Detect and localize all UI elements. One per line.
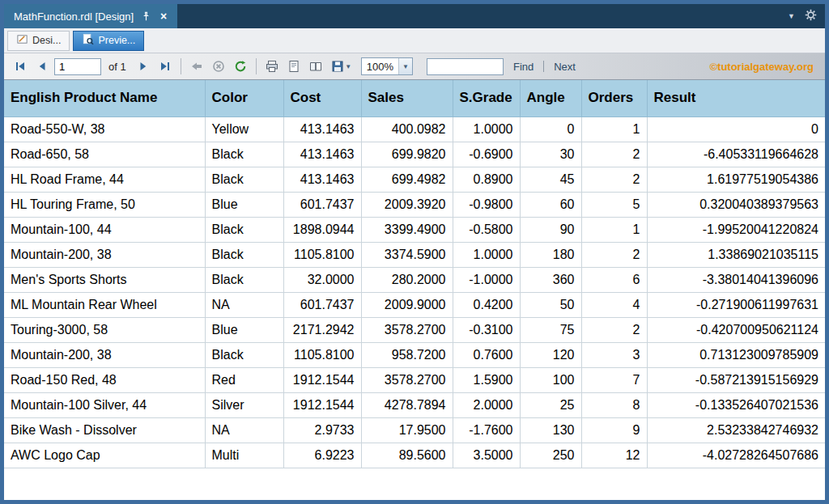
refresh-button[interactable] xyxy=(231,57,250,76)
table-cell: 9 xyxy=(581,417,647,443)
table-cell: 0.320040389379563 xyxy=(647,192,825,217)
table-cell: Red xyxy=(205,367,283,392)
table-row: Mountain-100, 44Black1898.09443399.4900-… xyxy=(4,217,825,242)
last-page-button[interactable] xyxy=(155,57,175,76)
zoom-select[interactable]: 100% ▼ xyxy=(361,57,413,75)
prev-page-button[interactable] xyxy=(32,57,52,76)
print-button[interactable] xyxy=(262,57,282,76)
titlebar-right: ▼ xyxy=(788,4,825,28)
table-row: Mountain-100 Silver, 44Silver1912.154442… xyxy=(4,392,825,417)
table-cell: 4 xyxy=(581,292,647,317)
table-cell: Blue xyxy=(205,317,283,342)
find-link[interactable]: Find xyxy=(506,61,541,73)
table-cell: Touring-3000, 58 xyxy=(4,317,205,342)
table-cell: 413.1463 xyxy=(283,167,361,192)
table-cell: 2.0000 xyxy=(453,392,520,417)
table-cell: 360 xyxy=(520,267,581,292)
table-cell: 2.53233842746932 xyxy=(647,417,825,443)
document-tab[interactable]: MathFunction.rdl [Design] × xyxy=(4,4,177,28)
table-cell: 6 xyxy=(581,267,647,292)
first-page-button[interactable] xyxy=(11,57,30,76)
table-cell: 3 xyxy=(581,342,647,367)
table-cell: 0.4200 xyxy=(453,292,520,317)
column-header: Sales xyxy=(361,80,453,116)
prev-page-icon xyxy=(36,60,49,73)
table-cell: -0.271900611997631 xyxy=(647,292,825,317)
table-cell: 1 xyxy=(581,217,647,242)
back-button[interactable] xyxy=(187,57,206,76)
report-table-body: Road-550-W, 38Yellow413.1463400.09821.00… xyxy=(4,116,825,468)
pin-icon[interactable] xyxy=(140,11,151,22)
table-cell: 3.5000 xyxy=(453,443,520,468)
find-input[interactable] xyxy=(427,58,504,75)
table-cell: Black xyxy=(205,342,283,367)
table-cell: Mountain-200, 38 xyxy=(4,242,205,267)
table-row: Road-150 Red, 48Red1912.15443578.27001.5… xyxy=(4,367,825,392)
table-cell: 1912.1544 xyxy=(283,392,361,417)
next-page-button[interactable] xyxy=(134,57,153,76)
table-cell: 17.9500 xyxy=(361,417,453,443)
table-cell: 2 xyxy=(581,142,647,167)
table-row: Mountain-200, 38Black1105.81003374.59001… xyxy=(4,242,825,267)
table-cell: 1.0000 xyxy=(453,116,520,142)
table-cell: 5 xyxy=(581,192,647,217)
table-cell: 30 xyxy=(520,142,581,167)
column-header: Color xyxy=(205,80,283,116)
table-cell: Mountain-100, 44 xyxy=(4,217,205,242)
table-cell: Men's Sports Shorts xyxy=(4,267,205,292)
table-cell: 12 xyxy=(581,443,647,468)
stop-icon xyxy=(212,60,225,73)
table-cell: 1.61977519054386 xyxy=(647,167,825,192)
table-cell: 89.5600 xyxy=(361,443,453,468)
table-cell: Black xyxy=(205,242,283,267)
app-window: MathFunction.rdl [Design] × ▼ Desi... Pr… xyxy=(0,0,829,504)
table-cell: 1.0000 xyxy=(453,242,520,267)
table-cell: Mountain-100 Silver, 44 xyxy=(4,392,205,417)
table-cell: 6.9223 xyxy=(283,443,361,468)
table-cell: 50 xyxy=(520,292,581,317)
table-cell: 3578.2700 xyxy=(361,317,453,342)
table-row: ML Mountain Rear WheelNA601.74372009.900… xyxy=(4,292,825,317)
table-cell: -1.0000 xyxy=(453,267,520,292)
table-cell: 1105.8100 xyxy=(283,342,361,367)
gear-icon[interactable] xyxy=(805,9,817,24)
stop-button[interactable] xyxy=(209,57,228,76)
table-cell: -0.9800 xyxy=(453,192,520,217)
table-cell: -4.02728264507686 xyxy=(647,443,825,468)
refresh-icon xyxy=(234,60,247,73)
print-layout-icon xyxy=(287,60,300,73)
next-link[interactable]: Next xyxy=(546,61,583,73)
close-icon[interactable]: × xyxy=(158,11,169,22)
table-cell: 7 xyxy=(581,367,647,392)
page-number-input[interactable] xyxy=(54,58,101,75)
table-cell: Black xyxy=(205,167,283,192)
export-icon xyxy=(331,60,344,73)
tab-preview-label: Previe... xyxy=(98,35,135,46)
table-cell: Silver xyxy=(205,392,283,417)
table-cell: 280.2000 xyxy=(361,267,453,292)
next-page-icon xyxy=(137,60,150,73)
export-button[interactable]: ▼ xyxy=(328,57,355,76)
table-cell: -0.587213915156929 xyxy=(647,367,825,392)
page-setup-button[interactable] xyxy=(306,57,325,76)
chevron-down-icon[interactable]: ▼ xyxy=(788,12,795,20)
table-cell: Yellow xyxy=(205,116,283,142)
tab-design[interactable]: Desi... xyxy=(7,31,70,51)
table-cell: AWC Logo Cap xyxy=(4,443,205,468)
table-cell: Road-550-W, 38 xyxy=(4,116,205,142)
table-cell: HL Road Frame, 44 xyxy=(4,167,205,192)
view-tab-strip: Desi... Previe... xyxy=(4,28,825,53)
table-cell: Bike Wash - Dissolver xyxy=(4,417,205,443)
table-cell: Road-650, 58 xyxy=(4,142,205,167)
table-cell: 1898.0944 xyxy=(283,217,361,242)
table-cell: -0.6900 xyxy=(453,142,520,167)
print-layout-button[interactable] xyxy=(284,57,304,76)
table-cell: 1105.8100 xyxy=(283,242,361,267)
tab-preview[interactable]: Previe... xyxy=(73,31,144,51)
table-cell: 2009.3920 xyxy=(361,192,453,217)
table-cell: 100 xyxy=(520,367,581,392)
table-row: Road-650, 58Black413.1463699.9820-0.6900… xyxy=(4,142,825,167)
table-cell: -1.7600 xyxy=(453,417,520,443)
table-cell: 400.0982 xyxy=(361,116,453,142)
table-cell: 4278.7894 xyxy=(361,392,453,417)
